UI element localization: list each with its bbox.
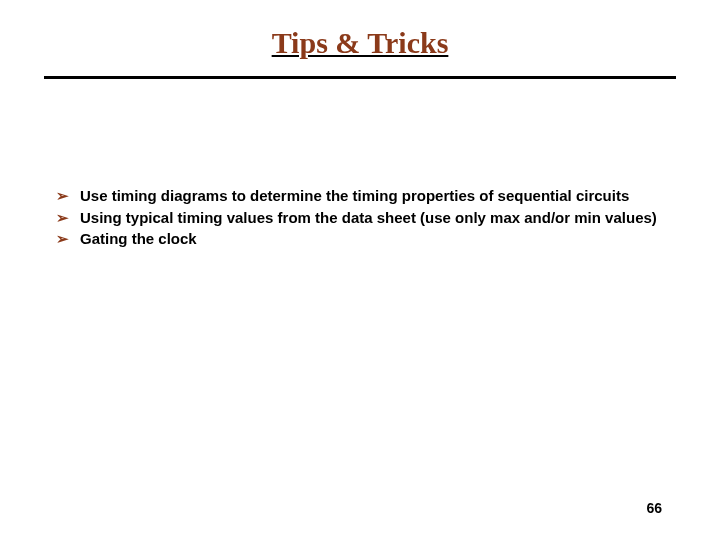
page-number: 66 bbox=[646, 500, 662, 516]
slide-title: Tips & Tricks bbox=[0, 0, 720, 60]
chevron-right-icon: ➢ bbox=[56, 208, 80, 228]
list-item: ➢ Use timing diagrams to determine the t… bbox=[56, 186, 660, 206]
list-item: ➢ Using typical timing values from the d… bbox=[56, 208, 660, 228]
slide: Tips & Tricks ➢ Use timing diagrams to d… bbox=[0, 0, 720, 540]
chevron-right-icon: ➢ bbox=[56, 186, 80, 206]
list-item: ➢ Gating the clock bbox=[56, 229, 660, 249]
chevron-right-icon: ➢ bbox=[56, 229, 80, 249]
bullet-list: ➢ Use timing diagrams to determine the t… bbox=[56, 186, 660, 251]
bullet-text: Use timing diagrams to determine the tim… bbox=[80, 186, 660, 206]
title-divider bbox=[44, 76, 676, 79]
bullet-text: Gating the clock bbox=[80, 229, 660, 249]
bullet-text: Using typical timing values from the dat… bbox=[80, 208, 660, 228]
